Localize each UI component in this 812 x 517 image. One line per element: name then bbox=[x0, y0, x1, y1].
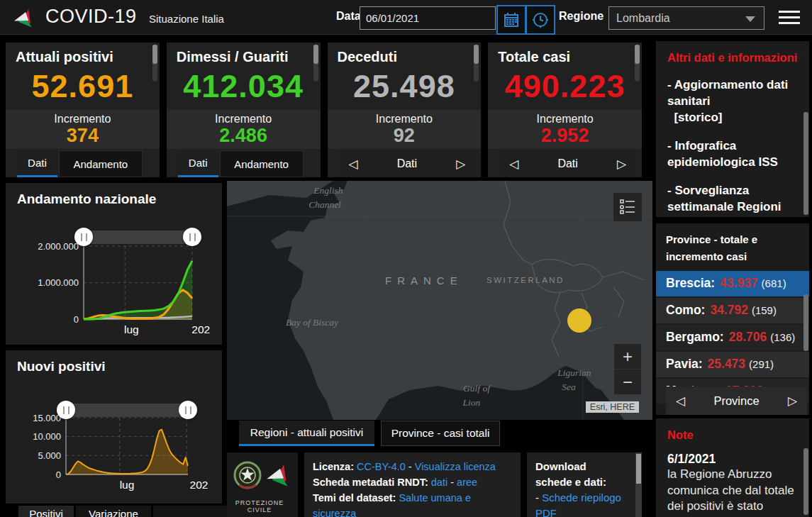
sidebar-scrollbar[interactable] bbox=[803, 112, 808, 215]
license-value-link[interactable]: CC-BY-4.0 bbox=[357, 461, 406, 472]
map-canvas[interactable]: English Channel Bay of Biscay Gulf of Li… bbox=[227, 181, 652, 420]
lombardia-map-bubble[interactable] bbox=[567, 308, 591, 333]
map-zoom-control: + − bbox=[614, 344, 641, 394]
slider-track[interactable] bbox=[66, 404, 188, 417]
footer: PROTEZIONE CIVILE Licenza: CC-BY-4.0 - V… bbox=[227, 452, 642, 517]
altri-dati-panel: Altri dati e informazioni - Aggiornament… bbox=[656, 41, 809, 217]
card-title: Totale casi bbox=[488, 43, 642, 65]
pager-label: Dati bbox=[557, 157, 577, 170]
increment-label: Incremento bbox=[488, 110, 642, 126]
next-arrow-icon[interactable]: ▷ bbox=[788, 394, 797, 408]
card-title: Dimessi / Guariti bbox=[167, 43, 321, 65]
svg-text:lug: lug bbox=[120, 479, 135, 491]
slider-handle-right[interactable] bbox=[183, 228, 201, 246]
tab-province-casi-totali[interactable]: Province - casi totali bbox=[381, 421, 500, 446]
protezione-civile-logo-icon bbox=[11, 5, 38, 32]
pdf-link[interactable]: PDF bbox=[535, 507, 557, 517]
dati-link[interactable]: dati bbox=[431, 477, 447, 488]
time-range-slider bbox=[66, 401, 188, 419]
tab-empty[interactable] bbox=[153, 506, 235, 517]
note-panel: Note 6/1/2021 la Regione Abruzzo comunic… bbox=[656, 418, 809, 517]
chevron-down-icon bbox=[745, 16, 755, 22]
card-value: 52.691 bbox=[6, 68, 160, 105]
tab-variazione[interactable]: Variazione bbox=[76, 506, 151, 517]
schede-riepilogo-link[interactable]: Schede riepilogo bbox=[542, 491, 621, 504]
date-input[interactable] bbox=[360, 6, 496, 30]
europe-map[interactable]: English Channel Bay of Biscay Gulf of Li… bbox=[227, 181, 652, 420]
map-label-switzerland: SWITZERLAND bbox=[486, 276, 564, 284]
download-panel: Download schede e dati: - Schede riepilo… bbox=[527, 452, 642, 517]
nuovi-positivi-panel: Nuovi positivi 15.00010.0005.0000lug202 bbox=[6, 350, 222, 504]
map-label-ligurian-sea: Ligurian bbox=[557, 367, 591, 378]
tab-andamento[interactable]: Andamento bbox=[220, 150, 304, 177]
calendar-button[interactable] bbox=[496, 5, 526, 35]
province-row-bergamo[interactable]: Bergamo: 28.706 (136) bbox=[656, 325, 809, 350]
altri-dati-title: Altri dati e informazioni bbox=[667, 51, 798, 65]
prev-arrow-icon[interactable]: ◁ bbox=[509, 157, 518, 172]
zoom-in-button[interactable]: + bbox=[614, 344, 641, 369]
slider-track[interactable] bbox=[84, 230, 192, 244]
tab-regioni-attuali-positivi[interactable]: Regioni - attuali positivi bbox=[239, 421, 374, 446]
svg-text:10.000: 10.000 bbox=[33, 431, 61, 442]
card-value: 490.223 bbox=[488, 68, 642, 105]
svg-text:2.000.000: 2.000.000 bbox=[38, 241, 79, 252]
clock-icon bbox=[532, 11, 549, 28]
prev-arrow-icon[interactable]: ◁ bbox=[676, 394, 685, 408]
slider-handle-right[interactable] bbox=[179, 401, 197, 419]
slider-handle-left[interactable] bbox=[57, 401, 75, 419]
license-line: Licenza: CC-BY-4.0 - Visualizza licenza bbox=[313, 459, 512, 474]
link-sorveglianza-regioni[interactable]: - Sorveglianza settimanale Regioni bbox=[667, 182, 798, 215]
time-button[interactable] bbox=[525, 5, 555, 35]
calendar-icon bbox=[504, 12, 519, 28]
visualizza-licenza-link[interactable]: Visualizza licenza bbox=[415, 461, 496, 472]
province-row-pavia[interactable]: Pavia: 25.473 (291) bbox=[656, 352, 809, 377]
slider-handle-left[interactable] bbox=[74, 228, 93, 246]
regione-select[interactable]: Lombardia bbox=[608, 6, 764, 30]
tab-dati[interactable]: Dati bbox=[178, 150, 218, 177]
regione-selected-value: Lombardia bbox=[616, 12, 670, 25]
aree-link[interactable]: aree bbox=[457, 477, 477, 488]
note-scrollbar[interactable] bbox=[803, 448, 808, 515]
province-pager-label: Province bbox=[713, 394, 759, 408]
legend-button[interactable] bbox=[613, 193, 642, 221]
svg-text:Sea: Sea bbox=[562, 382, 576, 392]
increment-value: 2.486 bbox=[167, 126, 321, 145]
province-panel-title: Province - totale e incremento casi bbox=[656, 223, 809, 271]
download-scrollbar[interactable] bbox=[635, 452, 642, 517]
menu-icon bbox=[779, 11, 800, 13]
next-arrow-icon[interactable]: ▷ bbox=[456, 157, 465, 172]
time-range-slider bbox=[84, 228, 192, 246]
menu-button[interactable] bbox=[779, 11, 800, 24]
map-label-english-channel: English bbox=[313, 185, 343, 196]
province-row-brescia[interactable]: Brescia: 43.937 (681) bbox=[656, 271, 809, 296]
map-tabs: Regioni - attuali positivi Province - ca… bbox=[239, 421, 500, 446]
card-scrollbar[interactable] bbox=[152, 45, 157, 82]
tab-dati[interactable]: Dati bbox=[17, 150, 57, 177]
increment-value: 374 bbox=[6, 126, 160, 145]
next-arrow-icon[interactable]: ▷ bbox=[617, 157, 626, 172]
zoom-out-button[interactable]: − bbox=[614, 369, 641, 394]
svg-text:0: 0 bbox=[56, 469, 61, 480]
legend-icon bbox=[619, 199, 636, 216]
protezione-civile-logo-icon bbox=[265, 458, 294, 495]
protezione-civile-logo-panel: PROTEZIONE CIVILE bbox=[227, 452, 298, 517]
themes-line: Temi del dataset: Salute umana e sicurez… bbox=[313, 490, 512, 517]
card-deceduti: Deceduti 25.498 Incremento 92 ◁ Dati ▷ bbox=[328, 43, 482, 177]
svg-text:202: 202 bbox=[191, 323, 210, 335]
card-scrollbar[interactable] bbox=[635, 45, 640, 82]
card-value: 25.498 bbox=[328, 68, 482, 105]
link-infografica-iss[interactable]: - Infografica epidemiologica ISS bbox=[667, 138, 798, 170]
card-scrollbar[interactable] bbox=[474, 45, 479, 82]
province-row-como[interactable]: Como: 34.792 (159) bbox=[656, 298, 809, 323]
increment-value: 92 bbox=[328, 126, 482, 145]
link-aggiornamento-dati[interactable]: - Aggiornamento dati sanitari [storico] bbox=[667, 77, 798, 126]
tab-positivi[interactable]: Positivi bbox=[18, 506, 74, 517]
data-label: Data bbox=[336, 10, 361, 23]
svg-text:0: 0 bbox=[74, 314, 79, 325]
panel-title: Andamento nazionale bbox=[6, 183, 222, 207]
province-scrollbar[interactable] bbox=[803, 294, 808, 351]
card-scrollbar[interactable] bbox=[313, 45, 318, 82]
prev-arrow-icon[interactable]: ◁ bbox=[349, 157, 358, 172]
logo-caption: PROTEZIONE CIVILE bbox=[227, 499, 292, 513]
tab-andamento[interactable]: Andamento bbox=[59, 150, 143, 177]
